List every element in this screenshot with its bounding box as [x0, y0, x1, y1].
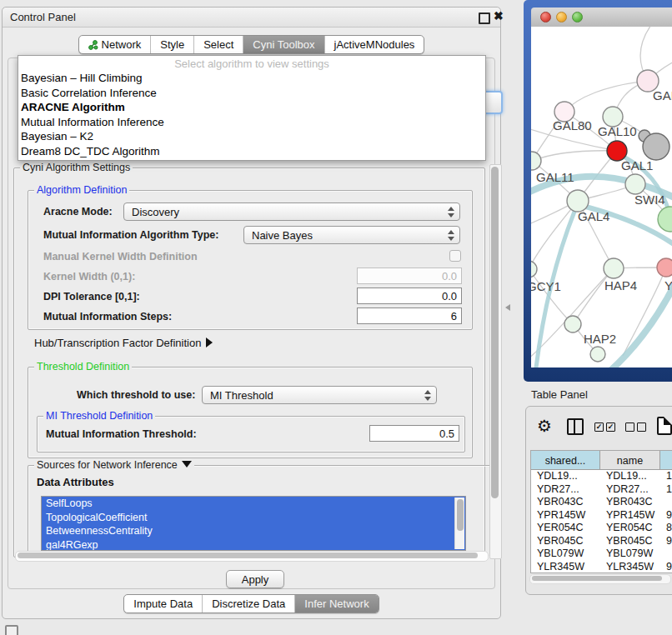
algorithm-option[interactable]: Mutual Information Inference [18, 115, 485, 130]
table-row[interactable]: YBR043CYBR043C [531, 496, 672, 509]
attribute-list-item[interactable]: SelfLoops [42, 497, 465, 511]
column-header-shared[interactable]: shared... [531, 451, 600, 470]
tab-select[interactable]: Select [193, 36, 243, 53]
network-node[interactable] [657, 258, 672, 277]
data-attributes-list[interactable]: SelfLoopsTopologicalCoefficientBetweenne… [41, 496, 466, 551]
attribute-list-item[interactable]: BetweennessCentrality [42, 524, 465, 538]
bottom-tab-impute-data[interactable]: Impute Data [124, 595, 202, 612]
network-node[interactable] [531, 261, 537, 278]
algorithm-option[interactable]: Basic Correlation Inference [18, 86, 485, 101]
data-attributes-label: Data Attributes [37, 476, 114, 488]
attribute-list-item[interactable]: gal4RGexp [42, 538, 465, 552]
mi-steps-field[interactable]: 6 [357, 308, 462, 324]
network-node-label: GAL10 [598, 124, 637, 138]
network-window-titlebar[interactable] [531, 8, 672, 28]
tab-label: Style [160, 38, 184, 51]
columns-icon[interactable] [567, 418, 584, 435]
attribute-list-item[interactable]: TopologicalCoefficient [42, 511, 465, 525]
column-header-name[interactable]: name [600, 451, 660, 470]
unchecked-checkbox-icon[interactable] [625, 422, 634, 432]
table-row[interactable]: YER054CYER054C8. [531, 522, 672, 535]
network-node-label: GCY1 [531, 279, 561, 293]
combo-arrows-icon [447, 230, 454, 241]
mi-type-combo[interactable]: Naive Bayes [243, 226, 460, 244]
table-toolbar: ⚙ ✓ ✓ [526, 413, 672, 442]
network-node[interactable] [604, 258, 624, 278]
close-traffic-light[interactable] [540, 12, 551, 22]
hub-definition-toggle[interactable]: Hub/Transcription Factor Definition [34, 337, 213, 349]
bottom-tab-discretize-data[interactable]: Discretize Data [202, 595, 294, 612]
kernel-width-field[interactable]: 0.0 [357, 268, 462, 284]
close-icon[interactable]: ✖ [494, 9, 504, 22]
sources-legend[interactable]: Sources for Network Inference [34, 459, 194, 471]
control-panel-tabbar: NetworkStyleSelectCyni ToolboxjActiveMNo… [3, 35, 500, 54]
column-header-cut[interactable] [660, 451, 672, 470]
tab-label: jActiveMNodules [334, 38, 415, 51]
gear-icon[interactable]: ⚙ [537, 416, 552, 436]
network-node[interactable] [564, 316, 581, 332]
float-window-icon[interactable] [479, 12, 490, 24]
expanded-arrow-icon [182, 461, 192, 468]
list-vertical-scrollbar[interactable] [454, 498, 464, 549]
settings-vertical-scrollbar[interactable] [489, 164, 502, 559]
table-cell: YBR043C [600, 496, 660, 509]
table-row[interactable]: YDL19...YDL19...13 [531, 470, 672, 483]
document-icon[interactable] [657, 417, 672, 435]
combo-arrows-icon [447, 207, 454, 218]
tab-cyni-toolbox[interactable]: Cyni Toolbox [243, 36, 323, 53]
network-node[interactable] [590, 347, 605, 362]
table-row[interactable]: YDR27...YDR27...12 [531, 483, 672, 497]
table-horizontal-scrollbar[interactable] [529, 574, 671, 584]
algorithm-option[interactable]: Dream8 DC_TDC Algorithm [18, 144, 485, 159]
mi-steps-label: Mutual Information Steps: [43, 311, 172, 322]
mi-type-value: Naive Bayes [252, 229, 313, 242]
table-row[interactable]: YBL079WYBL079W [531, 548, 672, 561]
dpi-tolerance-label: DPI Tolerance [0,1]: [43, 291, 140, 302]
checked-checkbox-icon[interactable]: ✓ [594, 422, 604, 432]
table-cell: YPR145W [600, 509, 660, 522]
table-cell: YBR045C [600, 535, 660, 548]
algorithm-option[interactable]: Bayesian – K2 [18, 129, 485, 144]
dock-corner-icon[interactable] [5, 625, 18, 635]
network-node[interactable] [658, 207, 672, 232]
table-cell: 8. [660, 522, 672, 535]
network-node-label: GAL [653, 88, 672, 102]
tab-jactivemnodules[interactable]: jActiveMNodules [324, 36, 424, 53]
table-cell: YDL19... [600, 470, 660, 483]
threshold-definition-legend: Threshold Definition [34, 361, 132, 372]
table-row[interactable]: YLR345WYLR345W9. [531, 561, 672, 574]
unchecked-checkbox-icon[interactable] [637, 422, 646, 432]
table-row[interactable]: YBR045CYBR045C9. [531, 535, 672, 548]
tab-style[interactable]: Style [150, 36, 193, 53]
zoom-traffic-light[interactable] [572, 12, 583, 22]
screen: Control Panel ✖ NetworkStyleSelectCyni T… [0, 0, 672, 635]
hub-definition-label: Hub/Transcription Factor Definition [34, 337, 201, 349]
bottom-tab-infer-network[interactable]: Infer Network [294, 595, 378, 612]
network-icon [88, 40, 98, 50]
tab-label: Select [203, 38, 233, 51]
table-cell: 9. [660, 509, 672, 522]
network-node-label: GAL80 [553, 118, 592, 132]
dpi-tolerance-field[interactable]: 0.0 [357, 288, 462, 304]
mi-threshold-field[interactable]: 0.5 [369, 425, 459, 442]
table-row[interactable]: YPR145WYPR145W9. [531, 509, 672, 522]
network-canvas[interactable]: GALGAL80GAL10GAL1GAL11GAL4SWI4HAP4YGCY1H… [531, 27, 672, 368]
algorithm-option[interactable]: Bayesian – Hill Climbing [18, 71, 485, 86]
table-panel: ⚙ ✓ ✓ shared... name YDL19...YDL19...13Y… [525, 406, 672, 595]
table-cell: YBR043C [531, 496, 600, 509]
tab-network[interactable]: Network [79, 36, 151, 53]
algorithm-option[interactable]: ARACNE Algorithm [18, 100, 485, 115]
apply-button[interactable]: Apply [226, 570, 284, 588]
manual-kernel-checkbox[interactable] [449, 250, 461, 262]
checked-checkbox-icon[interactable]: ✓ [606, 422, 615, 432]
node-table[interactable]: shared... name YDL19...YDL19...13YDR27..… [530, 450, 672, 573]
which-threshold-combo[interactable]: MI Threshold [202, 386, 437, 404]
cyni-algorithm-settings-legend: Cyni Algorithm Settings [20, 162, 133, 173]
settings-horizontal-scrollbar[interactable] [15, 551, 489, 562]
network-node[interactable] [625, 174, 645, 194]
minimize-traffic-light[interactable] [556, 12, 567, 22]
table-cell: YLR345W [600, 561, 660, 574]
network-window-frame: GALGAL80GAL10GAL1GAL11GAL4SWI4HAP4YGCY1H… [524, 0, 672, 382]
network-node[interactable] [643, 133, 669, 160]
aracne-mode-combo[interactable]: Discovery [123, 202, 460, 221]
